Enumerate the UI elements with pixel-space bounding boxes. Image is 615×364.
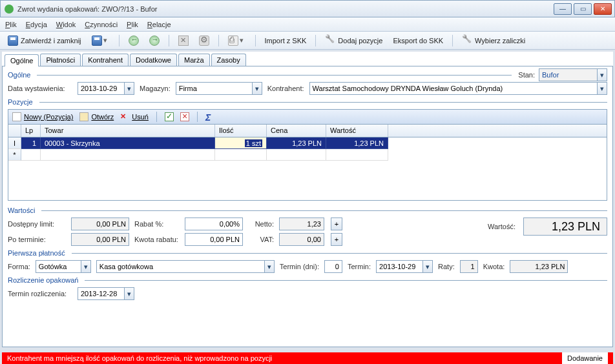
menu-edycja[interactable]: Edycja <box>26 21 47 28</box>
x-icon <box>180 112 189 121</box>
group-platnosc: Pierwsza płatność <box>8 248 607 258</box>
menu-plik2[interactable]: Plik <box>127 21 138 28</box>
tab-marza[interactable]: Marża <box>178 54 210 66</box>
error-message: Kontrahent ma mniejszą ilość opakowań do… <box>7 354 272 362</box>
back-button[interactable] <box>125 34 143 47</box>
chevron-down-icon[interactable]: ▾ <box>264 260 275 273</box>
netto-plus-button[interactable]: + <box>331 217 342 230</box>
rabat-label: Rabat %: <box>134 220 180 228</box>
disk-icon <box>8 35 18 46</box>
poterminie-label: Po terminie: <box>8 236 66 243</box>
arrow-left-icon <box>129 35 139 46</box>
tools-icon <box>178 35 189 46</box>
menu-relacje[interactable]: Relacje <box>147 21 171 28</box>
import-skk-button[interactable]: Import z SKK <box>261 35 311 46</box>
kwota-rabatu-label: Kwota rabatu: <box>134 236 180 243</box>
kwota-rabatu-input[interactable]: 0,00 PLN <box>185 233 243 246</box>
toolbar: Zatwierdź i zamknij ▾ ▾ Import z SKK Dod… <box>0 32 615 50</box>
wartosc-value: 1,23 PLN <box>523 217 607 236</box>
chevron-down-icon[interactable]: ▾ <box>422 260 433 273</box>
netto-value: 1,23 <box>279 217 324 230</box>
ilosc-editor[interactable]: 1 szt <box>215 137 267 149</box>
stan-combo[interactable]: Bufor ▾ <box>539 68 607 81</box>
kontrahent-label: Kontrahent: <box>267 85 304 92</box>
chevron-down-icon[interactable]: ▾ <box>124 287 134 300</box>
grid-row-new[interactable]: * <box>8 149 607 161</box>
tools-button[interactable] <box>174 34 193 47</box>
chevron-down-icon[interactable]: ▾ <box>252 82 262 95</box>
tab-zasoby[interactable]: Zasoby <box>211 54 246 66</box>
maximize-button[interactable]: ▭ <box>574 3 592 15</box>
sigma-icon: Σ <box>205 112 214 121</box>
col-towar[interactable]: Towar <box>41 125 215 137</box>
uncheck-button[interactable] <box>180 112 189 121</box>
chevron-down-icon[interactable]: ▾ <box>124 82 134 95</box>
chevron-down-icon[interactable]: ▾ <box>597 68 607 81</box>
tab-ogolne[interactable]: Ogólne <box>5 54 39 66</box>
add-positions-button[interactable]: Dodaj pozycje <box>321 34 386 47</box>
menu-plik[interactable]: Plik <box>5 21 17 28</box>
group-wartosci: Wartości <box>8 206 607 215</box>
forma-combo[interactable]: Gotówka ▾ <box>36 260 91 273</box>
grid-row[interactable]: I 1 00003 - Skrzynka 1 szt 1,23 PLN 1,23… <box>8 137 607 149</box>
close-button[interactable]: ✕ <box>594 3 612 15</box>
chevron-down-icon[interactable]: ▾ <box>597 82 607 95</box>
sum-button[interactable]: Σ <box>205 112 214 121</box>
edit-mode: Dodawanie <box>562 352 608 364</box>
rabat-input[interactable]: 0,00% <box>185 217 243 230</box>
termin-dni-label: Termin (dni): <box>280 263 319 270</box>
minimize-button[interactable]: — <box>554 3 572 15</box>
app-icon <box>5 5 14 14</box>
col-wartosc[interactable]: Wartość <box>326 125 388 137</box>
limit-label: Dostępny limit: <box>8 220 66 228</box>
window-title: Zwrot wydania opakowań: ZWO/?/13 - Bufor <box>17 5 554 13</box>
wrench-icon <box>325 35 335 46</box>
termin-dni-input[interactable]: 0 <box>324 260 342 273</box>
save-close-button[interactable]: Zatwierdź i zamknij <box>4 34 85 47</box>
status-bar: Kontrahent ma mniejszą ilość opakowań do… <box>2 352 613 364</box>
kontrahent-combo[interactable]: Warsztat Samochodowy DRYNDA Wiesław Golu… <box>309 82 607 95</box>
new-row-button[interactable]: Nowy (Pozycja) <box>12 112 73 121</box>
tab-kontrahent[interactable]: Kontrahent <box>82 54 129 66</box>
menubar: Plik Edycja Widok Czynności Plik Relacje <box>0 17 615 32</box>
limit-value: 0,00 PLN <box>71 217 129 230</box>
chevron-down-icon[interactable]: ▾ <box>81 260 91 273</box>
open-row-button[interactable]: Otwórz <box>79 112 114 121</box>
tab-platnosci[interactable]: Płatności <box>40 54 81 66</box>
vat-value: 0,00 <box>279 233 324 246</box>
export-skk-button[interactable]: Eksport do SKK <box>389 35 447 46</box>
delete-icon: ✕ <box>120 112 129 121</box>
termin-rozliczenia-combo[interactable]: 2013-12-28 ▾ <box>78 287 134 300</box>
forward-button[interactable] <box>145 34 163 47</box>
forma-label: Forma: <box>8 263 30 270</box>
menu-widok[interactable]: Widok <box>56 21 76 28</box>
col-lp[interactable]: Lp <box>21 125 41 137</box>
print-button[interactable]: ▾ <box>224 34 250 47</box>
settings-button[interactable] <box>195 34 213 47</box>
raty-value: 1 <box>460 260 478 273</box>
save-button[interactable]: ▾ <box>88 34 114 47</box>
tab-dodatkowe[interactable]: Dodatkowe <box>130 54 177 66</box>
termin-combo[interactable]: 2013-10-29 ▾ <box>376 260 433 273</box>
magazyn-label: Magazyn: <box>140 85 171 92</box>
grid-toolbar: Nowy (Pozycja) Otwórz ✕ Usuń Σ <box>8 109 607 125</box>
vat-plus-button[interactable]: + <box>331 233 342 246</box>
kwota-label: Kwota: <box>483 263 505 270</box>
data-field[interactable]: 2013-10-29 ▾ <box>78 82 134 95</box>
grid[interactable]: Lp Towar Ilość Cena Wartość I 1 00003 - … <box>8 125 607 201</box>
check-button[interactable] <box>165 112 174 121</box>
disk-icon <box>92 35 102 46</box>
netto-label: Netto: <box>248 220 274 228</box>
arrow-right-icon <box>149 35 160 46</box>
col-ilosc[interactable]: Ilość <box>215 125 267 137</box>
col-cena[interactable]: Cena <box>267 125 326 137</box>
delete-row-button[interactable]: ✕ Usuń <box>120 112 149 121</box>
poterminie-value: 0,00 PLN <box>71 233 129 246</box>
kasa-combo[interactable]: Kasa gotówkowa ▾ <box>96 260 275 273</box>
stan-label: Stan: <box>518 71 535 79</box>
open-icon <box>79 112 89 121</box>
gear-icon <box>199 35 209 46</box>
select-advances-button[interactable]: Wybierz zaliczki <box>458 34 529 47</box>
menu-czynnosci[interactable]: Czynności <box>85 21 118 28</box>
magazyn-combo[interactable]: Firma ▾ <box>176 82 262 95</box>
